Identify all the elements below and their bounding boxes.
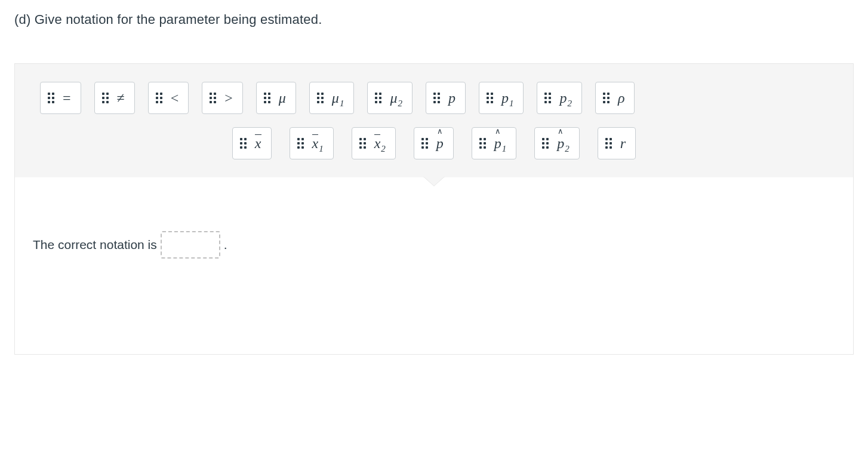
answer-prefix: The correct notation is bbox=[33, 238, 157, 252]
token-phat1[interactable]: p1 bbox=[472, 127, 517, 159]
token-symbol: r bbox=[620, 136, 626, 150]
token-rho[interactable]: ρ bbox=[595, 82, 635, 114]
drag-grip-icon bbox=[487, 93, 493, 103]
token-phat[interactable]: p bbox=[414, 127, 454, 159]
drag-grip-icon bbox=[210, 93, 216, 103]
token-symbol: p bbox=[436, 136, 444, 150]
drag-grip-icon bbox=[433, 93, 440, 103]
answer-dropzone[interactable] bbox=[161, 231, 220, 259]
drag-grip-icon bbox=[156, 93, 162, 103]
drag-grip-icon bbox=[297, 138, 304, 149]
token-p1[interactable]: p1 bbox=[479, 82, 524, 114]
token-xbar[interactable]: x bbox=[232, 127, 272, 159]
token-xbar1[interactable]: x1 bbox=[290, 127, 334, 159]
drag-grip-icon bbox=[359, 138, 366, 149]
token-symbol: x2 bbox=[374, 136, 386, 150]
drag-grip-icon bbox=[102, 93, 109, 103]
answer-area: The correct notation is . bbox=[15, 177, 853, 354]
token-p2[interactable]: p2 bbox=[537, 82, 582, 114]
token-symbol: p2 bbox=[559, 91, 572, 105]
token-symbol: μ1 bbox=[332, 91, 344, 105]
token-symbol: ρ bbox=[618, 91, 625, 105]
drag-grip-icon bbox=[544, 93, 551, 103]
token-symbol: x bbox=[255, 136, 261, 150]
token-gt[interactable]: > bbox=[202, 82, 243, 114]
drag-grip-icon bbox=[48, 93, 54, 103]
token-symbol: < bbox=[171, 91, 179, 105]
drag-drop-panel: =≠<>μμ1μ2pp1p2ρ xx1x2pp1p2r The correct … bbox=[14, 63, 854, 355]
token-row-1: =≠<>μμ1μ2pp1p2ρ bbox=[40, 82, 828, 114]
drag-grip-icon bbox=[605, 138, 612, 149]
drag-grip-icon bbox=[421, 138, 428, 149]
token-symbol: ≠ bbox=[117, 91, 125, 105]
token-symbol: μ bbox=[279, 91, 286, 105]
token-lt[interactable]: < bbox=[148, 82, 189, 114]
token-symbol: p bbox=[448, 91, 455, 105]
token-symbol: p1 bbox=[494, 136, 507, 150]
pool-arrow-icon bbox=[423, 176, 445, 186]
drag-grip-icon bbox=[603, 93, 610, 103]
drag-grip-icon bbox=[479, 138, 486, 149]
token-symbol: = bbox=[63, 91, 71, 105]
token-xbar2[interactable]: x2 bbox=[352, 127, 396, 159]
question-text: (d) Give notation for the parameter bein… bbox=[14, 12, 854, 27]
drag-grip-icon bbox=[542, 138, 549, 149]
token-phat2[interactable]: p2 bbox=[534, 127, 580, 159]
token-r[interactable]: r bbox=[598, 127, 636, 159]
token-mu1[interactable]: μ1 bbox=[309, 82, 355, 114]
token-symbol: x1 bbox=[312, 136, 324, 150]
token-symbol: > bbox=[224, 91, 233, 105]
token-symbol: p2 bbox=[557, 136, 570, 150]
token-neq[interactable]: ≠ bbox=[94, 82, 135, 114]
token-row-2: xx1x2pp1p2r bbox=[40, 127, 828, 159]
token-p[interactable]: p bbox=[426, 82, 466, 114]
drag-grip-icon bbox=[317, 93, 324, 103]
token-mu2[interactable]: μ2 bbox=[367, 82, 413, 114]
drag-grip-icon bbox=[240, 138, 247, 149]
token-symbol: μ2 bbox=[390, 91, 402, 105]
answer-suffix: . bbox=[224, 238, 227, 252]
drag-grip-icon bbox=[264, 93, 270, 103]
token-eq[interactable]: = bbox=[40, 82, 81, 114]
token-mu[interactable]: μ bbox=[256, 82, 296, 114]
token-symbol: p1 bbox=[501, 91, 514, 105]
token-pool: =≠<>μμ1μ2pp1p2ρ xx1x2pp1p2r bbox=[15, 64, 853, 177]
drag-grip-icon bbox=[375, 93, 381, 103]
